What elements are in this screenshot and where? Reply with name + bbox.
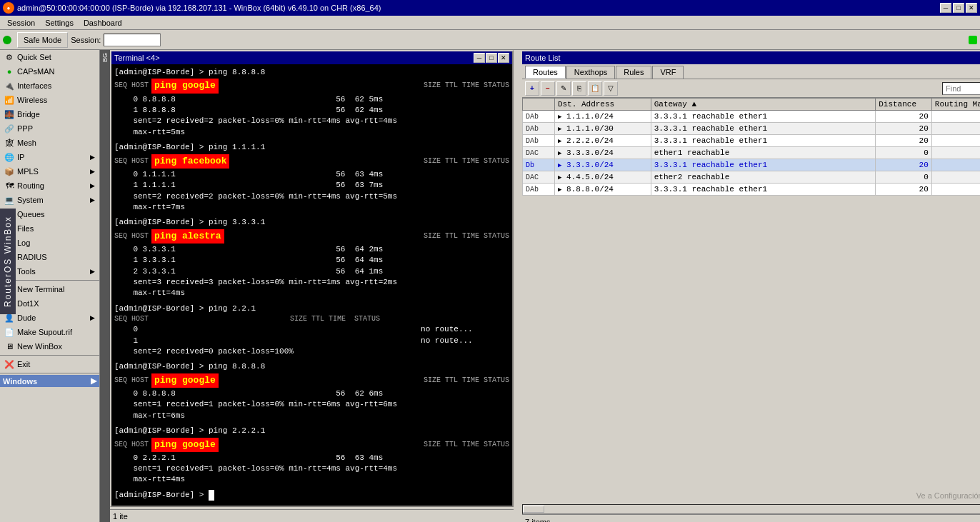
sidebar-item-new-winbox[interactable]: 🖥 New WinBox <box>0 339 99 353</box>
row-arrow: ▶ <box>558 126 561 133</box>
add-button[interactable]: + <box>525 81 539 96</box>
mesh-icon: 🕸 <box>4 138 14 148</box>
row-gateway: 3.3.3.1 reachable ether1 <box>651 159 875 171</box>
sidebar-label-dot1x: Dot1X <box>17 299 39 308</box>
row-flags: DAC <box>523 171 555 184</box>
terminal-line: [admin@ISP-Borde] > ping 8.8.8.8 <box>114 361 509 372</box>
sidebar-item-mesh[interactable]: 🕸 Mesh <box>0 136 99 150</box>
terminal-line: 1 8.8.8.8 56 62 4ms <box>114 105 509 116</box>
sidebar-item-mpls[interactable]: 📦 MPLS ▶ <box>0 164 99 179</box>
sidebar-item-make-supout[interactable]: 📄 Make Supout.rif <box>0 325 99 339</box>
row-gateway: 3.3.3.1 reachable ether1 <box>651 135 875 147</box>
menu-dashboard[interactable]: Dashboard <box>79 17 126 29</box>
windows-section[interactable]: Windows ▶ <box>0 375 99 387</box>
routing-icon: 🗺 <box>4 181 14 191</box>
route-search-input[interactable] <box>942 82 980 95</box>
terminal-line: 0 8.8.8.8 56 62 6ms <box>114 388 509 399</box>
remove-button[interactable]: − <box>541 81 555 96</box>
menu-settings[interactable]: Settings <box>41 17 78 29</box>
tab-rules[interactable]: Rules <box>616 66 651 79</box>
row-distance: 0 <box>876 171 932 184</box>
terminal-maximize[interactable]: □ <box>486 53 497 63</box>
terminal-minimize[interactable]: ─ <box>474 53 485 63</box>
bg-label: BG <box>101 53 109 62</box>
sidebar-label-make-supout: Make Supout.rif <box>17 328 72 336</box>
menu-session[interactable]: Session <box>3 17 39 29</box>
copy-button[interactable]: ⎘ <box>572 81 586 96</box>
toolbar: Safe Mode Session: <box>0 30 980 50</box>
tab-nexthops[interactable]: Nexthops <box>566 66 615 79</box>
close-button[interactable]: ✕ <box>966 3 977 13</box>
row-gateway: ether2 reachable <box>651 171 875 184</box>
row-gateway: ether1 reachable <box>651 147 875 159</box>
sidebar-label-mpls: MPLS <box>17 167 39 176</box>
terminal-line: 1 no route... <box>114 336 509 346</box>
safe-mode-button[interactable]: Safe Mode <box>17 32 68 48</box>
row-arrow: ▶ <box>558 150 561 157</box>
paste-button[interactable]: 📋 <box>588 81 602 96</box>
route-titlebar: Route List ─ □ ✕ <box>522 51 980 64</box>
row-flags: DAb <box>523 111 555 123</box>
terminal-controls[interactable]: ─ □ ✕ <box>474 53 509 63</box>
title-bar-controls[interactable]: ─ □ ✕ <box>940 3 977 13</box>
system-icon: 💻 <box>4 195 14 205</box>
col-mark[interactable]: Routing Mark <box>931 99 980 111</box>
tools-arrow: ▶ <box>90 268 95 275</box>
row-dst: ▶ 4.4.5.0/24 <box>554 171 651 184</box>
sidebar-item-routing[interactable]: 🗺 Routing ▶ <box>0 179 99 193</box>
edit-button[interactable]: ✎ <box>556 81 571 96</box>
row-flags: DAb <box>523 184 555 196</box>
col-dst[interactable]: Dst. Address <box>554 99 651 111</box>
connection-indicator <box>3 36 11 44</box>
windows-label: Windows <box>3 377 37 386</box>
session-input[interactable] <box>104 34 161 46</box>
sidebar-divider-3 <box>0 373 99 373</box>
terminal-line: sent=3 received=3 packet-loss=0% min-rtt… <box>114 277 509 288</box>
row-distance: 20 <box>876 111 932 123</box>
sidebar-item-capsman[interactable]: ● CAPsMAN <box>0 64 99 79</box>
ping-label-alestra: ping alestra <box>151 229 224 244</box>
maximize-button[interactable]: □ <box>953 3 964 13</box>
sidebar-item-ppp[interactable]: 🔗 PPP <box>0 121 99 136</box>
tab-routes[interactable]: Routes <box>525 66 566 79</box>
terminal-titlebar: Terminal <4> ─ □ ✕ <box>111 51 512 64</box>
sidebar-item-bridge[interactable]: 🌉 Bridge <box>0 107 99 121</box>
terminal-prompt: [admin@ISP-Borde] > <box>114 490 509 501</box>
row-dst: ▶ 3.3.3.0/24 <box>554 147 651 159</box>
filter-button[interactable]: ▽ <box>604 81 618 96</box>
terminal-line: max-rtt=6ms <box>114 411 509 421</box>
tab-vrf[interactable]: VRF <box>652 66 684 79</box>
row-flags: DAb <box>523 123 555 135</box>
ping-facebook-label: SEQ HOST ping facebook SIZE TTL TIME STA… <box>114 154 509 169</box>
scrollbar-thumb[interactable] <box>523 506 544 513</box>
minimize-button[interactable]: ─ <box>940 3 951 13</box>
terminal-line: sent=2 received=0 packet-loss=100% <box>114 346 509 357</box>
sidebar-label-dude: Dude <box>17 313 36 322</box>
route-window: Route List ─ □ ✕ Routes Nexthops Rules V… <box>521 50 980 522</box>
col-flags[interactable] <box>523 99 555 111</box>
row-mark <box>931 184 980 196</box>
route-table-container[interactable]: Dst. Address Gateway ▲ Distance Routing … <box>522 98 980 504</box>
row-distance: 20 <box>876 159 932 171</box>
row-arrow: ▶ <box>558 186 561 194</box>
sidebar-item-exit[interactable]: ❌ Exit <box>0 357 99 371</box>
row-gateway: 3.3.3.1 reachable ether1 <box>651 123 875 135</box>
terminal-line: sent=1 received=1 packet-loss=0% min-rtt… <box>114 399 509 410</box>
terminal-close[interactable]: ✕ <box>498 53 509 63</box>
col-distance[interactable]: Distance <box>876 99 932 111</box>
sidebar-item-wireless[interactable]: 📶 Wireless <box>0 93 99 107</box>
sidebar-item-quickset[interactable]: ⚙ Quick Set <box>0 50 99 64</box>
sidebar-label-interfaces: Interfaces <box>17 81 51 90</box>
ip-arrow: ▶ <box>90 154 95 161</box>
sidebar-item-ip[interactable]: 🌐 IP ▶ <box>0 150 99 164</box>
sidebar-item-interfaces[interactable]: 🔌 Interfaces <box>0 79 99 93</box>
terminal-title: Terminal <4> <box>114 54 160 62</box>
ppp-icon: 🔗 <box>4 124 14 134</box>
row-flags: DAC <box>523 147 555 159</box>
sidebar-item-system[interactable]: 💻 System ▶ <box>0 193 99 207</box>
row-dst: ▶ 1.1.1.0/24 <box>554 111 651 123</box>
bridge-icon: 🌉 <box>4 109 14 119</box>
route-scrollbar-h[interactable] <box>522 504 980 514</box>
terminal-content[interactable]: [admin@ISP-Borde] > ping 8.8.8.8 SEQ HOS… <box>111 64 512 506</box>
col-gateway[interactable]: Gateway ▲ <box>651 99 875 111</box>
